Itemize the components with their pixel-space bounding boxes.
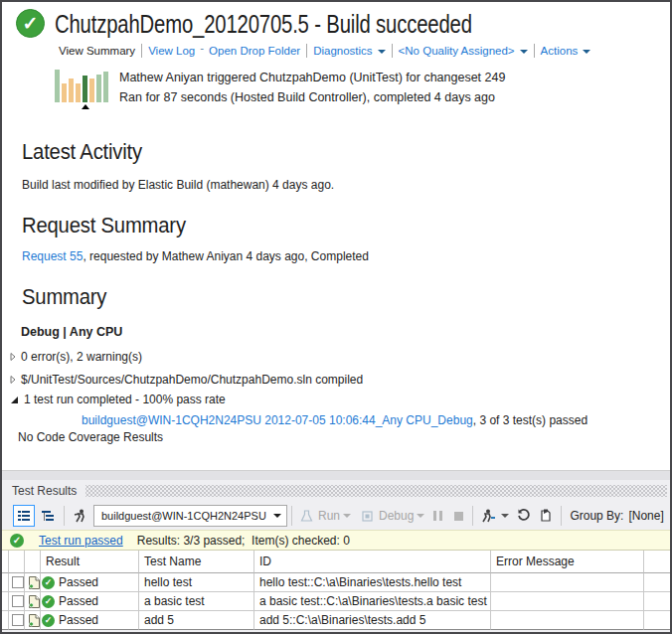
flask-icon [299,509,314,524]
chevron-down-icon [520,50,528,54]
list-view-icon [16,508,32,524]
row-checkbox[interactable] [12,595,24,607]
row-indicator-header [2,551,9,573]
test-results-grid: Result Test Name ID Error Message ✓Passe… [2,551,670,630]
chart-bar [69,79,74,102]
chart-bar [103,72,108,102]
column-header-error-message[interactable]: Error Message [491,551,644,573]
chevron-down-icon [583,50,590,54]
filler-cell [644,611,670,630]
test-passed-icon: ✓ [10,534,24,548]
actions-menu[interactable]: Actions [541,45,591,57]
toolbar-separator [64,506,65,526]
column-header-test-name[interactable]: Test Name [139,551,254,573]
debug-button-label: Debug [379,509,414,523]
tree-item-sln-compiled[interactable]: $/UnitTest/Sources/ChutzpahDemo/Chutzpah… [10,373,363,387]
separator [392,44,393,58]
chevron-down-icon [273,514,281,518]
test-run-selector-dropdown[interactable]: buildguest@WIN-1CQH2N24PSU [93,505,287,527]
row-icon-cell [25,611,41,630]
refresh-button[interactable] [513,505,535,527]
row-indicator [2,573,9,592]
row-checkbox[interactable] [12,614,24,626]
separator [141,44,142,58]
summary-heading: Summary [22,284,106,310]
column-header-id[interactable]: ID [254,551,491,573]
toolbar-separator [291,506,292,526]
chart-bar [96,75,101,102]
view-summary-link[interactable]: View Summary [59,45,135,57]
build-configuration: Debug | Any CPU [21,325,122,339]
test-run-status-bar: ✓ Test run passed Results: 3/3 passed; I… [2,530,670,551]
quality-menu[interactable]: <No Quality Assigned> [399,45,528,57]
runner-settings-icon [480,508,496,524]
test-document-icon [28,575,40,590]
icon-column-header [25,551,41,573]
build-summary-window: ✓ ChutzpahDemo_20120705.5 - Build succee… [0,0,672,634]
group-by-dropdown[interactable]: [None] [628,509,663,523]
trigger-line1: Mathew Aniyan triggered ChutzpahDemo (Un… [119,69,505,88]
request-link[interactable]: Request 55 [22,249,83,263]
passed-icon: ✓ [42,576,55,589]
request-summary-heading: Request Summary [22,213,186,238]
trigger-line2: Ran for 87 seconds (Hosted Build Control… [119,88,505,108]
pause-button-disabled[interactable] [433,511,442,521]
test-result-row[interactable]: ✓Passed a basic test a basic test::C:\a\… [2,592,670,611]
test-run-link[interactable]: buildguest@WIN-1CQH2N24PSU 2012-07-05 10… [82,413,473,427]
test-result-row[interactable]: ✓Passed add 5 add 5::C:\a\Binaries\tests… [2,611,670,630]
chart-bar [83,76,87,102]
test-results-toolbar: buildguest@WIN-1CQH2N24PSU Run Debug [2,502,670,530]
diagnostics-menu[interactable]: Diagnostics [313,45,385,57]
test-results-panel: Test Results [2,480,670,632]
run-settings-button[interactable] [477,505,499,527]
cell-error-message [491,611,644,630]
cell-test-name: a basic test [139,592,254,611]
build-history-chart-icon[interactable] [55,70,108,102]
test-result-row[interactable]: ✓Passed hello test hello test::C:\a\Bina… [2,573,670,592]
row-checkbox-cell[interactable] [9,592,25,611]
build-succeeded-icon: ✓ [16,9,45,38]
row-checkbox[interactable] [12,576,24,588]
test-run-passed-link[interactable]: Test run passed [39,534,123,548]
cell-test-name: hello test [139,573,254,592]
filler-column-header [644,551,670,573]
list-view-button[interactable] [13,505,35,527]
document-arrow-icon [538,508,554,524]
tree-item-errors-warnings[interactable]: 0 error(s), 2 warning(s) [10,350,142,364]
panel-splitter[interactable] [2,470,670,480]
separator [306,44,307,58]
export-results-button[interactable] [535,505,557,527]
run-button-disabled[interactable] [296,505,316,527]
view-log-link[interactable]: View Log [148,45,195,57]
debug-icon [360,509,375,524]
passed-icon: ✓ [42,595,55,608]
run-selected-button[interactable] [70,505,91,527]
panel-drag-grip[interactable] [85,485,667,497]
chart-bar [62,83,67,102]
cell-id: hello test::C:\a\Binaries\tests.hello te… [254,573,491,592]
cell-error-message [491,573,644,592]
no-code-coverage-text: No Code Coverage Results [18,430,163,444]
chevron-down-icon [501,514,509,518]
checkbox-column-header[interactable] [9,551,25,573]
test-document-icon [28,613,40,628]
debug-button-disabled[interactable] [357,505,377,527]
test-run-detail: buildguest@WIN-1CQH2N24PSU 2012-07-05 10… [82,413,588,427]
request-summary-text: Request 55, requested by Mathew Aniyan 4… [22,249,369,263]
toolbar-separator [561,506,562,526]
latest-activity-heading: Latest Activity [22,139,142,165]
chart-bar [76,83,81,102]
collapsed-triangle-icon [10,352,16,362]
row-checkbox-cell[interactable] [9,611,25,630]
column-header-result[interactable]: Result [41,551,139,573]
hierarchy-view-button[interactable] [37,505,59,527]
tree-item-test-run[interactable]: 1 test run completed - 100% pass rate [10,393,226,406]
current-build-marker [82,104,89,109]
row-checkbox-cell[interactable] [9,573,25,592]
expanded-triangle-icon [10,395,19,405]
chevron-down-icon [417,514,424,518]
runner-icon [73,508,88,524]
page-title: ChutzpahDemo_20120705.5 - Build succeede… [55,9,472,40]
open-drop-folder-link[interactable]: Open Drop Folder [209,45,300,57]
stop-button-disabled[interactable] [454,512,463,521]
